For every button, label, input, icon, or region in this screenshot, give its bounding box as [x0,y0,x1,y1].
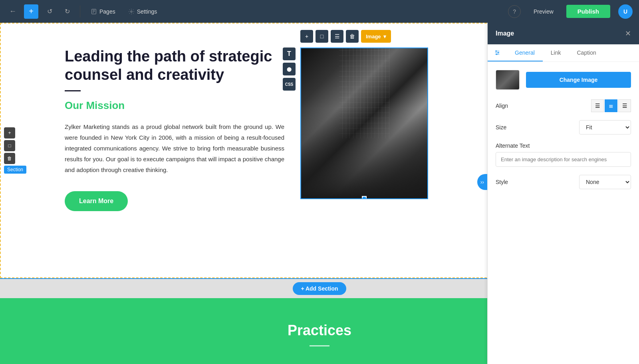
learn-more-button[interactable]: Learn More [65,191,128,211]
section-delete-button[interactable]: 🗑 [4,153,15,164]
svg-point-7 [496,54,497,55]
svg-rect-0 [92,9,96,14]
tab-link[interactable]: Link [543,45,569,61]
svg-point-1 [131,11,132,12]
image-thumbnail [496,70,520,90]
image-css-tool[interactable]: CSS [283,78,296,91]
hero-divider [65,90,81,91]
alt-text-section: Alternate Text [496,142,631,167]
avatar: U [618,4,633,19]
section-label: Section [4,166,26,174]
settings-button[interactable]: Settings [124,6,161,17]
image-container: + □ ☰ 🗑 Image ▾ T ⬤ CSS [300,47,428,199]
image-preview-row: Change Image [496,70,631,90]
chevron-down-icon: ▾ [383,34,386,40]
image-toolbar: + □ ☰ 🗑 Image ▾ [300,30,391,43]
image-style-tool[interactable]: ⬤ [283,63,296,75]
align-left-button[interactable]: ☰ [591,99,604,112]
settings-label: Settings [137,8,157,15]
align-label: Align [496,103,508,109]
change-image-button[interactable]: Change Image [526,72,631,88]
image-delete-tool[interactable]: 🗑 [346,30,359,43]
size-label: Size [496,124,506,131]
right-panel: Image ✕ General Link Caption [487,23,639,364]
image-add-tool[interactable]: + [300,30,313,43]
align-row: Align ☰ ≣ ☰ [496,99,631,112]
image-duplicate-tool[interactable]: □ [316,30,328,43]
panel-header: Image ✕ [488,23,639,45]
hero-body: Zylker Marketing stands as a proud globa… [65,121,284,175]
pages-label: Pages [99,8,115,15]
back-button[interactable]: ← [6,5,19,18]
publish-button[interactable]: Publish [566,5,610,18]
navbar: ← + ↺ ↻ Pages Settings ? Preview Publish… [0,0,639,23]
hero-subtitle: Our Mission [65,99,284,112]
tab-icon-general[interactable] [488,45,507,61]
preview-button[interactable]: Preview [526,5,562,18]
bw-image-bg [301,48,427,198]
image-type-button[interactable]: Image ▾ [361,30,391,43]
tab-caption[interactable]: Caption [569,45,604,61]
style-label: Style [496,179,508,185]
nav-divider [80,6,80,18]
alt-text-label: Alternate Text [496,142,631,149]
building-lines [301,48,427,198]
content-left: Leading the path of strategic counsel an… [65,47,284,211]
panel-close-button[interactable]: ✕ [625,29,631,38]
pages-button[interactable]: Pages [87,6,119,17]
align-group: ☰ ≣ ☰ [591,99,631,112]
image-resize-handle[interactable] [362,196,367,199]
sliders-icon [494,49,500,56]
section-controls: + □ 🗑 Section [1,124,30,177]
main-area: + □ 🗑 Section Leading the path of strate… [0,23,639,364]
help-button[interactable]: ? [508,5,521,18]
undo-button[interactable]: ↺ [43,5,56,18]
chevron-right-icon: ›​› [480,179,484,185]
panel-tabs: General Link Caption [488,45,639,62]
add-section-button[interactable]: + Add Section [293,282,346,295]
alt-text-input[interactable] [496,152,631,167]
image-text-tool[interactable]: T [283,47,296,60]
align-right-button[interactable]: ☰ [618,99,631,112]
section-add-button[interactable]: + [4,127,15,138]
practices-divider [310,345,329,346]
pages-icon [91,8,97,15]
svg-point-5 [496,51,497,52]
panel-title: Image [496,30,514,37]
redo-button[interactable]: ↻ [61,5,73,18]
image-settings-tool[interactable]: ☰ [331,30,343,43]
hero-title: Leading the path of strategic counsel an… [65,47,284,84]
hero-image[interactable] [300,47,428,199]
settings-icon [128,8,135,15]
image-side-tools: T ⬤ CSS [283,47,296,91]
size-select[interactable]: Fit Fill Original [579,120,631,135]
section-duplicate-button[interactable]: □ [4,140,15,151]
style-select[interactable]: None Shadow Border Rounded [579,175,631,189]
panel-body: Change Image Align ☰ ≣ ☰ Size Fit Fill O… [488,62,639,364]
align-center-button[interactable]: ≣ [605,99,617,112]
style-row: Style None Shadow Border Rounded [496,175,631,189]
tab-general[interactable]: General [507,45,543,61]
svg-point-6 [498,52,499,53]
add-button[interactable]: + [24,4,38,19]
size-row: Size Fit Fill Original [496,120,631,135]
